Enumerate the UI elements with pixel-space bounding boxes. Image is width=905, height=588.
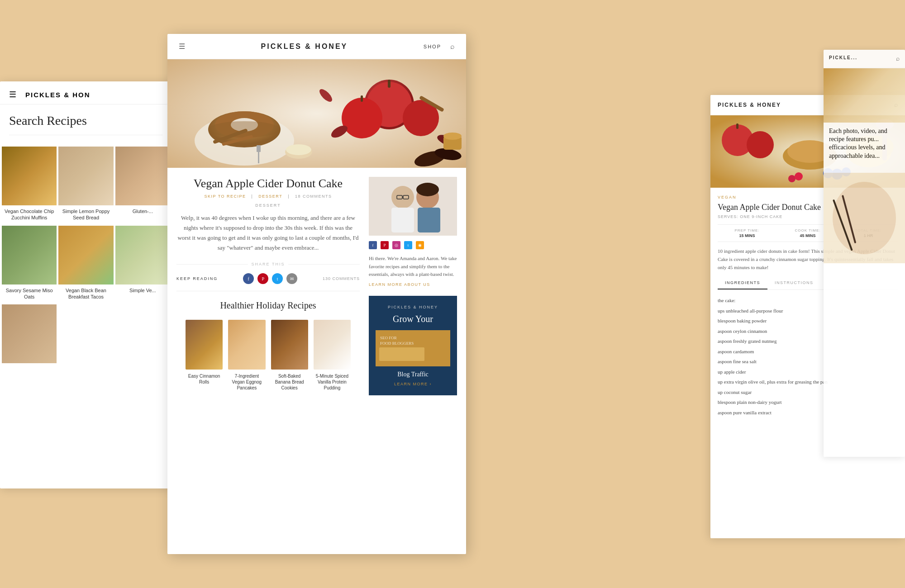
list-item[interactable]: Vegan Black Bean Breakfast Tacos — [58, 226, 113, 303]
recipe-label: Vegan Chocolate Chip Zucchini Muffins — [2, 205, 57, 224]
svg-text:SEO FOR: SEO FOR — [380, 336, 397, 340]
sidebar-ad-subtitle: Blog Traffic — [376, 371, 450, 378]
list-item[interactable]: Vegan Chocolate Chip Zucchini Muffins — [2, 147, 57, 224]
recipe-label: Gluten-... — [115, 205, 170, 217]
svg-text:FOOD BLOGGERS: FOOD BLOGGERS — [380, 341, 414, 346]
comments-count: 18 COMMENTS — [295, 194, 332, 199]
article-category: DESSERT — [176, 203, 360, 208]
far-right-header: PICKLE... ⌕ — [824, 50, 905, 68]
list-item[interactable]: 5-Minute Spiced Vanilla Protein Pudding — [314, 320, 351, 391]
svg-rect-42 — [736, 123, 738, 129]
svg-rect-28 — [391, 208, 414, 232]
profile-image — [369, 177, 457, 236]
facebook-share-icon[interactable]: f — [243, 273, 254, 284]
main-hamburger-icon[interactable]: ☰ — [179, 42, 185, 51]
search-title: Search Recipes — [9, 114, 163, 128]
holiday-item-name: Easy Cinnamon Rolls — [186, 373, 223, 385]
hamburger-icon[interactable]: ☰ — [9, 90, 16, 100]
far-right-content: Each photo, video, and recipe features p… — [824, 123, 905, 168]
recipe-label: Simple Ve... — [115, 285, 170, 296]
tab-ingredients[interactable]: INGREDIENTS — [718, 277, 767, 289]
share-actions: KEEP READING f P t ✉ 130 COMMENTS — [176, 273, 360, 291]
list-item[interactable]: Simple Ve... — [115, 226, 170, 303]
pinterest-share-icon[interactable]: P — [257, 273, 268, 284]
category-link[interactable]: DESSERT — [258, 194, 282, 199]
list-item[interactable]: 7-Ingredient Vegan Eggnog Pancakes — [228, 320, 265, 391]
svg-point-34 — [416, 183, 439, 196]
rss-icon[interactable]: ◉ — [416, 241, 424, 249]
sidebar-ad: PICKLES & HONEY Grow Your SEO FOR FOOD B… — [369, 296, 457, 395]
pinterest-icon[interactable]: P — [381, 241, 389, 249]
left-panel: ☰ PICKLES & HON Search Recipes Vegan Cho… — [0, 81, 172, 488]
twitter-icon[interactable]: t — [404, 241, 412, 249]
holiday-item-name: Soft-Baked Banana Bread Cookies — [271, 373, 308, 391]
list-item[interactable] — [2, 304, 57, 369]
sidebar-social-icons: f P ◎ t ◉ — [369, 241, 457, 249]
holiday-item-name: 5-Minute Spiced Vanilla Protein Pudding — [314, 373, 351, 391]
share-label: SHARE THIS — [252, 262, 285, 266]
list-item[interactable]: Savory Sesame Miso Oats — [2, 226, 57, 303]
skip-to-recipe-link[interactable]: SKIP TO RECIPE — [204, 194, 246, 199]
right-brand-logo: PICKLES & HONEY — [718, 102, 781, 108]
far-right-search-icon[interactable]: ⌕ — [896, 55, 900, 62]
main-header: ☰ PICKLES & HONEY SHOP ⌕ — [167, 34, 466, 59]
sidebar-ad-title: Grow Your — [376, 313, 450, 325]
far-right-food-image — [824, 173, 905, 263]
article-divider — [176, 291, 360, 291]
svg-point-11 — [286, 144, 311, 155]
article-meta: SKIP TO RECIPE | DESSERT | 18 COMMENTS — [176, 194, 360, 199]
svg-point-15 — [342, 98, 382, 138]
article-content: Vegan Apple Cider Donut Cake SKIP TO REC… — [167, 168, 466, 409]
far-right-hero — [824, 68, 905, 123]
prep-time-label: PREP TIME: — [718, 228, 776, 232]
recipe-label: Vegan Black Bean Breakfast Tacos — [58, 285, 113, 303]
article-main: Vegan Apple Cider Donut Cake SKIP TO REC… — [176, 168, 360, 409]
article-sidebar: f P ◎ t ◉ Hi there. We're Amanda and Aar… — [369, 168, 457, 409]
svg-point-55 — [833, 182, 896, 254]
twitter-share-icon[interactable]: t — [272, 273, 283, 284]
recipe-label: Savory Sesame Miso Oats — [2, 285, 57, 303]
holiday-item-name: 7-Ingredient Vegan Eggnog Pancakes — [228, 373, 265, 391]
far-right-description: Each photo, video, and recipe features p… — [829, 127, 900, 160]
share-divider: SHARE THIS — [176, 262, 360, 266]
tab-instructions[interactable]: INSTRUCTIONS — [767, 277, 821, 289]
comments-link[interactable]: 130 COMMENTS — [323, 276, 360, 281]
left-brand-logo: PICKLES & HON — [25, 91, 90, 99]
article-title: Vegan Apple Cider Donut Cake — [176, 177, 360, 190]
holiday-section-title: Healthier Holiday Recipes — [186, 300, 351, 311]
recipe-grid: Vegan Chocolate Chip Zucchini Muffins Si… — [0, 147, 172, 369]
svg-point-41 — [747, 131, 774, 158]
svg-rect-9 — [257, 145, 261, 152]
sidebar-ad-learn-link[interactable]: LEARN MORE › — [376, 382, 450, 386]
list-item[interactable]: Simple Lemon Poppy Seed Bread — [58, 147, 113, 224]
main-panel: ☰ PICKLES & HONEY SHOP ⌕ — [167, 34, 466, 554]
main-brand-logo: PICKLES & HONEY — [261, 43, 348, 51]
far-right-brand: PICKLE... — [829, 55, 857, 62]
recipe-label — [2, 363, 57, 369]
svg-point-25 — [443, 133, 462, 140]
email-share-icon[interactable]: ✉ — [286, 273, 297, 284]
list-item[interactable]: Soft-Baked Banana Bread Cookies — [271, 320, 308, 391]
sidebar-ad-image: SEO FOR FOOD BLOGGERS — [376, 330, 450, 366]
svg-point-50 — [788, 175, 795, 182]
hero-image — [167, 59, 466, 168]
main-header-actions: SHOP ⌕ — [424, 43, 455, 51]
list-item[interactable]: Easy Cinnamon Rolls — [186, 320, 223, 391]
prep-time-value: 15 MINS — [718, 233, 776, 238]
list-item[interactable]: Gluten-... — [115, 147, 170, 224]
left-header: ☰ PICKLES & HON — [0, 81, 172, 104]
holiday-section: Healthier Holiday Recipes Easy Cinnamon … — [176, 300, 360, 400]
svg-rect-38 — [379, 347, 424, 361]
svg-rect-16 — [361, 95, 363, 102]
holiday-grid: Easy Cinnamon Rolls 7-Ingredient Vegan E… — [186, 320, 351, 391]
prep-time: PREP TIME: 15 MINS — [718, 228, 776, 238]
search-section: Search Recipes — [0, 104, 172, 147]
facebook-icon[interactable]: f — [369, 241, 377, 249]
instagram-icon[interactable]: ◎ — [392, 241, 400, 249]
keep-reading-link[interactable]: KEEP READING — [176, 276, 218, 281]
learn-more-link[interactable]: LEARN MORE ABOUT US — [369, 282, 457, 287]
search-icon[interactable]: ⌕ — [450, 43, 455, 51]
shop-link[interactable]: SHOP — [424, 44, 441, 49]
recipe-label: Simple Lemon Poppy Seed Bread — [58, 205, 113, 224]
svg-rect-33 — [418, 208, 440, 232]
